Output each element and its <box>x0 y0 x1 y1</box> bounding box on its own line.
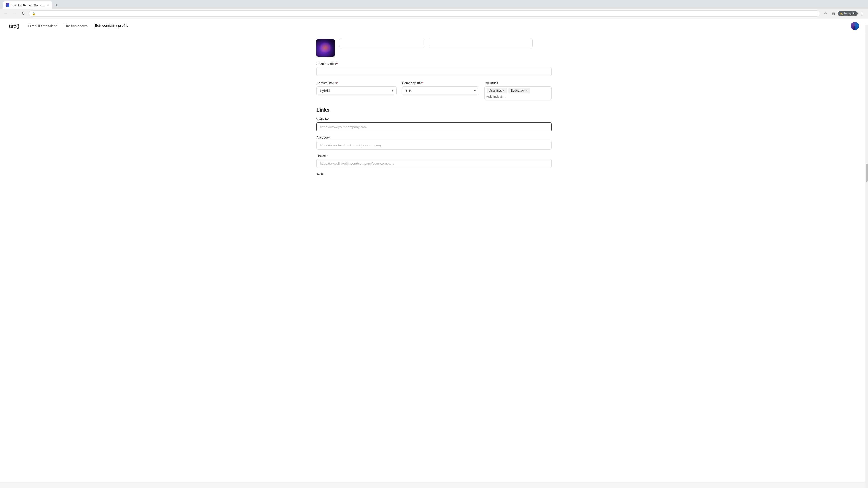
company-size-select-wrap: 1-10 11-50 51-200 201-500 500+ ▼ <box>402 86 479 95</box>
browser-tabbar: Hire Top Remote Software Dev... × + <box>0 0 868 8</box>
facebook-field-group: Facebook <box>316 136 552 150</box>
tab-close-button[interactable]: × <box>47 3 49 7</box>
company-name-input[interactable]: Moodjoy <box>339 39 425 47</box>
links-section: Links Website* Facebook LinkedIn Twitter <box>316 107 552 176</box>
incognito-icon: 🕵 <box>840 12 843 15</box>
back-button[interactable]: ← <box>3 10 9 17</box>
app-logo[interactable]: arc() <box>9 23 19 29</box>
reload-button[interactable]: ↻ <box>20 10 26 17</box>
bookmark-button[interactable]: ☆ <box>822 10 829 17</box>
short-headline-group: Short headline* This is a company <box>316 62 552 76</box>
linkedin-field-group: LinkedIn <box>316 154 552 168</box>
company-size-group: Company size* 1-10 11-50 51-200 201-500 … <box>402 81 479 95</box>
lock-icon: 🔒 <box>32 12 35 15</box>
avatar-image <box>851 22 859 30</box>
remote-status-select[interactable]: Hybrid Remote On-site <box>316 86 397 95</box>
main-nav: Hire full-time talent Hire freelancers E… <box>28 24 851 28</box>
avatar[interactable] <box>851 22 859 30</box>
company-size-select[interactable]: 1-10 11-50 51-200 201-500 500+ <box>402 86 479 95</box>
company-size-column: Company size* 1-10 11-50 51-200 201-500 … <box>402 81 479 95</box>
short-headline-input[interactable]: This is a company <box>316 67 552 76</box>
facebook-input[interactable] <box>316 141 552 150</box>
incognito-badge[interactable]: 🕵 Incognito <box>838 11 858 16</box>
browser-toolbar-icons: ☆ ⊞ 🕵 Incognito ⋮ <box>822 10 865 17</box>
nav-hire-freelancers[interactable]: Hire freelancers <box>64 24 88 28</box>
remote-status-select-wrap: Hybrid Remote On-site ▼ <box>316 86 397 95</box>
remote-status-column: Remote status* Hybrid Remote On-site ▼ <box>316 81 397 95</box>
nav-edit-profile[interactable]: Edit company profile <box>95 24 128 28</box>
website-field-group: Website* <box>316 118 552 131</box>
industries-column: Industries Analytics × Education × <box>485 81 552 100</box>
nav-hire-fulltime[interactable]: Hire full-time talent <box>28 24 57 28</box>
industries-container[interactable]: Analytics × Education × <box>485 86 552 100</box>
short-headline-label: Short headline* <box>316 62 552 66</box>
city-input[interactable]: New York <box>429 39 532 47</box>
forward-button[interactable]: → <box>11 10 18 17</box>
active-tab[interactable]: Hire Top Remote Software Dev... × <box>3 1 53 8</box>
tab-favicon <box>6 3 9 7</box>
profile-top-section: Moodjoy New York <box>316 39 552 57</box>
main-content: Moodjoy New York Short headline* This is… <box>307 33 561 187</box>
browser-scrollbar[interactable] <box>865 25 868 482</box>
tab-list: Hire Top Remote Software Dev... × <box>3 1 53 8</box>
industry-tag-education-label: Education <box>510 89 525 92</box>
linkedin-input[interactable] <box>316 159 552 168</box>
industries-group: Industries Analytics × Education × <box>485 81 552 100</box>
twitter-label: Twitter <box>316 172 552 176</box>
new-tab-button[interactable]: + <box>53 2 60 8</box>
website-label: Website* <box>316 118 552 121</box>
company-name-city-row: Moodjoy New York <box>339 39 552 47</box>
browser-chrome: Hire Top Remote Software Dev... × + ← → … <box>0 0 868 19</box>
industries-label: Industries <box>485 81 552 85</box>
industry-tag-education: Education × <box>508 88 530 93</box>
company-size-label: Company size* <box>402 81 479 85</box>
remote-size-industries-row: Remote status* Hybrid Remote On-site ▼ <box>316 81 552 100</box>
company-logo-image <box>316 39 335 57</box>
company-name-group: Moodjoy <box>339 39 425 47</box>
address-bar[interactable]: 🔒 arc.dev/company-profile/edit <box>29 10 820 17</box>
remote-status-label: Remote status* <box>316 81 397 85</box>
scrollbar-thumb[interactable] <box>866 164 868 182</box>
app-header: arc() Hire full-time talent Hire freelan… <box>0 19 868 33</box>
website-input[interactable] <box>316 123 552 131</box>
industry-tag-analytics: Analytics × <box>487 88 507 93</box>
industry-tag-education-remove[interactable]: × <box>526 89 528 92</box>
company-logo-upload[interactable] <box>316 39 335 57</box>
city-group: New York <box>429 39 532 47</box>
tab-title: Hire Top Remote Software Dev... <box>11 3 45 7</box>
incognito-label: Incognito <box>844 12 855 15</box>
app-wrapper: arc() Hire full-time talent Hire freelan… <box>0 19 868 482</box>
url-input[interactable]: arc.dev/company-profile/edit <box>37 12 817 15</box>
remote-status-group: Remote status* Hybrid Remote On-site ▼ <box>316 81 397 95</box>
linkedin-label: LinkedIn <box>316 154 552 158</box>
short-headline-section: Short headline* This is a company <box>316 62 552 76</box>
twitter-field-group: Twitter <box>316 172 552 176</box>
industry-tag-analytics-remove[interactable]: × <box>503 89 505 92</box>
facebook-label: Facebook <box>316 136 552 139</box>
extensions-button[interactable]: ⊞ <box>830 10 836 17</box>
industry-tag-analytics-label: Analytics <box>489 89 502 92</box>
browser-menu-button[interactable]: ⋮ <box>859 10 865 17</box>
links-section-title: Links <box>316 107 552 113</box>
add-industry-input[interactable] <box>487 95 526 98</box>
browser-addressbar: ← → ↻ 🔒 arc.dev/company-profile/edit ☆ ⊞… <box>0 8 868 19</box>
